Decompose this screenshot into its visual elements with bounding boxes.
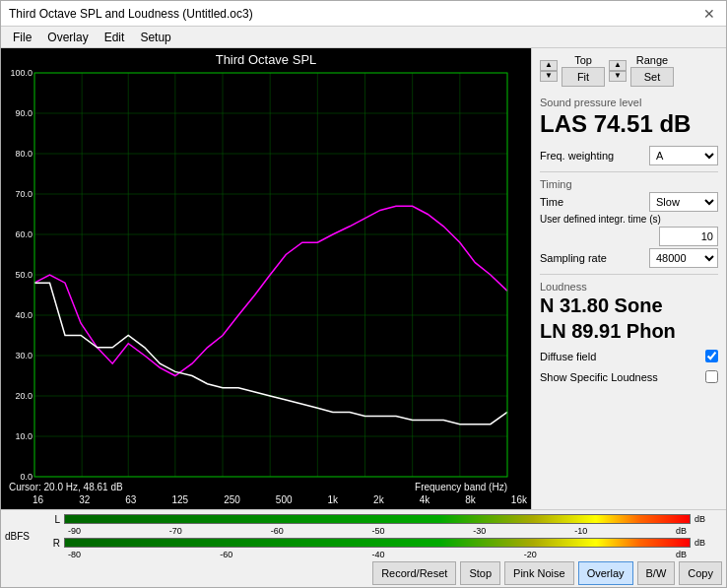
top-down-btn[interactable]: ▼	[540, 71, 558, 82]
diffuse-field-checkbox[interactable]	[705, 350, 718, 362]
fit-button[interactable]: Fit	[562, 67, 605, 87]
l-tick-70: -70	[169, 526, 182, 536]
l-db-unit: dB	[694, 514, 722, 524]
time-select[interactable]: Slow Fast	[649, 192, 718, 212]
freq-weighting-label: Freq. weighting	[540, 150, 614, 162]
close-button[interactable]: ✕	[700, 5, 718, 23]
show-specific-checkbox[interactable]	[705, 370, 718, 383]
loudness-section: Loudness N 31.80 Sone LN 89.91 Phon	[540, 274, 718, 344]
l-tick-90: -90	[68, 526, 81, 536]
main-window: Third Octave SPL and Loudness (Untitled.…	[0, 0, 727, 588]
x-label-63: 63	[125, 494, 136, 505]
stop-button[interactable]: Stop	[460, 561, 500, 585]
x-label-32: 32	[79, 494, 90, 505]
sampling-rate-select[interactable]: 48000 44100 96000	[649, 248, 718, 268]
top-label: Top	[574, 54, 592, 66]
bottom-area: dBFS L dB -90 -70 -60 -50 -30 -10 dB	[1, 509, 726, 587]
range-spinner: ▲ ▼	[609, 60, 627, 82]
overlay-button[interactable]: Overlay	[578, 561, 633, 585]
r-tick-60: -60	[220, 550, 232, 559]
menu-overlay[interactable]: Overlay	[39, 29, 96, 45]
window-title: Third Octave SPL and Loudness (Untitled.…	[9, 7, 253, 21]
top-labeled: Top Fit	[562, 54, 605, 87]
r-db-unit: dB	[694, 538, 722, 548]
show-specific-label: Show Specific Loudness	[540, 371, 658, 383]
chart-inner: dB ARTA	[5, 69, 527, 481]
set-button[interactable]: Set	[630, 67, 674, 87]
time-row: Time Slow Fast	[540, 192, 718, 212]
timing-section: Timing Time Slow Fast User defined integ…	[540, 171, 718, 270]
menu-file[interactable]: File	[5, 29, 39, 45]
l-tick-50: -50	[371, 526, 384, 536]
x-label-16k: 16k	[511, 494, 527, 505]
l-tick-60: -60	[271, 526, 284, 536]
spl-section: Sound pressure level LAS 74.51 dB	[540, 95, 718, 140]
range-up-btn[interactable]: ▲	[609, 60, 627, 71]
chart-area: Third Octave SPL dB ARTA Cursor: 20.0 Hz…	[1, 48, 531, 509]
pink-noise-button[interactable]: Pink Noise	[504, 561, 574, 585]
menu-edit[interactable]: Edit	[97, 29, 133, 45]
l-tick-db: dB	[676, 526, 687, 536]
x-label-1k: 1k	[328, 494, 339, 505]
sidebar: ▲ ▼ Top Fit ▲ ▼ Range Set Sound press	[531, 48, 726, 509]
title-bar: Third Octave SPL and Loudness (Untitled.…	[1, 1, 726, 27]
record-reset-button[interactable]: Record/Reset	[372, 561, 456, 585]
time-label: Time	[540, 196, 563, 208]
freq-weighting-row: Freq. weighting A B C Z	[540, 146, 718, 165]
r-tick-20: -20	[524, 550, 537, 559]
range-down-btn[interactable]: ▼	[609, 71, 627, 82]
x-label-2k: 2k	[373, 494, 384, 505]
cursor-info: Cursor: 20.0 Hz, 48.61 dB	[5, 482, 123, 492]
dbfs-label: dBFS	[5, 531, 33, 542]
x-axis-labels: 16 32 63 125 250 500 1k 2k 4k 8k 16k	[5, 492, 527, 505]
show-specific-row: Show Specific Loudness	[540, 370, 718, 383]
menu-bar: File Overlay Edit Setup	[1, 27, 726, 48]
x-label-125: 125	[171, 494, 188, 505]
freq-weighting-select[interactable]: A B C Z	[649, 146, 718, 165]
dbfs-label-row: dBFS L dB -90 -70 -60 -50 -30 -10 dB	[5, 512, 722, 559]
l-meter-bar	[64, 514, 691, 524]
l-tick-10: -10	[574, 526, 587, 536]
loudness-label: Loudness	[540, 281, 718, 293]
r-meter-bar	[64, 538, 691, 548]
l-label: L	[36, 514, 64, 525]
user-integr-input[interactable]	[659, 227, 718, 246]
diffuse-field-row: Diffuse field	[540, 350, 718, 362]
main-content: Third Octave SPL dB ARTA Cursor: 20.0 Hz…	[1, 48, 726, 509]
x-label-8k: 8k	[465, 494, 476, 505]
sampling-rate-label: Sampling rate	[540, 252, 607, 264]
r-tick-80: -80	[68, 550, 81, 559]
chart-canvas	[5, 69, 527, 481]
menu-setup[interactable]: Setup	[132, 29, 178, 45]
loudness-ln-value: LN 89.91 Phon	[540, 318, 718, 344]
l-ticks: -90 -70 -60 -50 -30 -10 dB	[36, 526, 691, 536]
r-ticks: -80 -60 -40 -20 dB	[36, 550, 691, 559]
x-label-4k: 4k	[420, 494, 430, 505]
x-label-250: 250	[224, 494, 240, 505]
l-tick-30: -30	[473, 526, 486, 536]
meter-container: L dB -90 -70 -60 -50 -30 -10 dB R	[36, 512, 722, 559]
spl-value: LAS 74.51 dB	[540, 110, 718, 138]
x-label-500: 500	[276, 494, 293, 505]
user-integr-row: User defined integr. time (s)	[540, 214, 718, 246]
diffuse-field-label: Diffuse field	[540, 351, 596, 362]
range-labeled: Range Set	[630, 54, 674, 87]
r-label: R	[36, 538, 64, 549]
copy-button[interactable]: Copy	[679, 561, 722, 585]
timing-label: Timing	[540, 178, 718, 190]
user-integr-label: User defined integr. time (s)	[540, 214, 661, 225]
top-up-btn[interactable]: ▲	[540, 60, 558, 71]
range-label: Range	[636, 54, 668, 66]
loudness-n-value: N 31.80 Sone	[540, 293, 718, 318]
r-tick-db: dB	[676, 550, 687, 559]
action-buttons: Record/Reset Stop Pink Noise Overlay B/W…	[5, 561, 722, 585]
freq-band-label: Frequency band (Hz)	[415, 482, 507, 492]
chart-title: Third Octave SPL	[5, 52, 527, 67]
r-tick-40: -40	[371, 550, 384, 559]
top-range-controls: ▲ ▼ Top Fit ▲ ▼ Range Set	[540, 54, 718, 87]
bw-button[interactable]: B/W	[637, 561, 676, 585]
spl-section-label: Sound pressure level	[540, 97, 718, 108]
top-spinner: ▲ ▼	[540, 60, 558, 82]
r-meter-row: R dB	[36, 536, 722, 550]
x-label-16: 16	[33, 494, 43, 505]
